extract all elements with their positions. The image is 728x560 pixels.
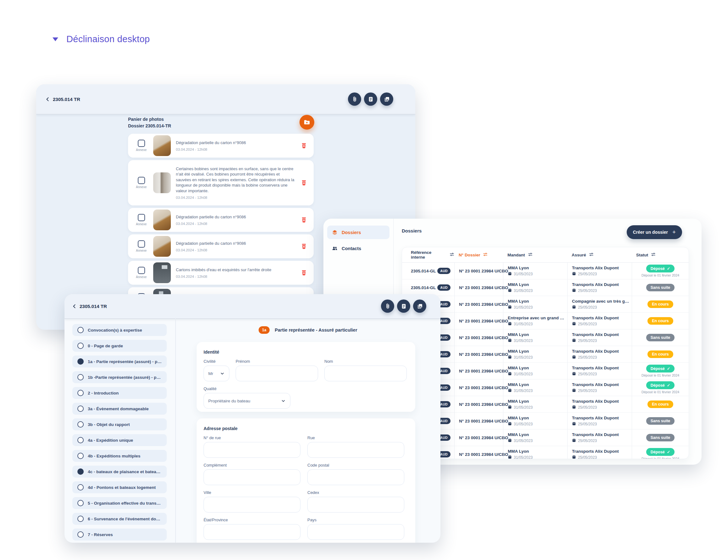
back-button[interactable]: 2305.014 TR bbox=[72, 304, 107, 309]
table-row[interactable]: 2305.014-GL AUD N° 23 0001 23984 U/CBO M… bbox=[402, 429, 689, 446]
report-section-item[interactable]: 0 - Page de garde bbox=[72, 340, 167, 352]
photo-checkbox[interactable] bbox=[138, 177, 145, 184]
delete-photo-button[interactable] bbox=[300, 269, 307, 276]
table-row[interactable]: 2305.014-GL AUD N° 23 0001 23984 U/CBO M… bbox=[402, 346, 689, 363]
filter-icon[interactable] bbox=[483, 252, 488, 258]
radio-icon[interactable] bbox=[77, 406, 84, 412]
report-section-item[interactable]: 6 - Survenance de l'événement domma... bbox=[72, 513, 167, 525]
radio-icon[interactable] bbox=[77, 453, 84, 459]
document-button[interactable] bbox=[364, 92, 377, 106]
attachment-button[interactable] bbox=[348, 92, 361, 106]
filter-icon[interactable] bbox=[589, 252, 594, 258]
civility-select[interactable]: Mr bbox=[204, 366, 229, 381]
calendar-icon bbox=[508, 355, 512, 360]
assure-date: 25/05/2023 bbox=[578, 272, 597, 276]
report-section-item[interactable]: 1a - Partie représentée (assuré) - profe… bbox=[72, 356, 167, 367]
radio-icon[interactable] bbox=[77, 374, 84, 380]
mandant-date: 31/05/2023 bbox=[514, 372, 533, 376]
report-section-item[interactable]: 4d - Pontons et bateaux logement bbox=[72, 481, 167, 493]
photo-checkbox[interactable] bbox=[138, 240, 145, 248]
photo-library-button[interactable] bbox=[380, 92, 393, 106]
export-folder-button[interactable] bbox=[300, 115, 314, 130]
radio-icon[interactable] bbox=[77, 327, 84, 333]
table-row[interactable]: 2305.014-GL AUD N° 23 0001 23984 U/CBO E… bbox=[402, 313, 689, 329]
filter-icon[interactable] bbox=[450, 252, 454, 258]
address-field-input[interactable] bbox=[307, 469, 404, 485]
photo-list-item[interactable]: Annexe Dégradation partielle du carton n… bbox=[128, 208, 314, 232]
radio-icon[interactable] bbox=[77, 437, 84, 443]
status-badge: Déposé✓ bbox=[646, 365, 675, 372]
radio-icon[interactable] bbox=[77, 390, 84, 396]
report-section-item[interactable]: 5 - Organisation effective du transport,… bbox=[72, 497, 167, 509]
photo-checkbox[interactable] bbox=[138, 140, 145, 147]
column-header-assure[interactable]: Assuré bbox=[567, 247, 632, 262]
column-header-mandant[interactable]: Mandant bbox=[503, 247, 567, 262]
report-section-item[interactable]: 3a - Évènement dommageable bbox=[72, 403, 167, 415]
back-button[interactable]: 2305.014 TR bbox=[45, 97, 80, 102]
delete-photo-button[interactable] bbox=[300, 142, 307, 149]
report-section-item[interactable]: 4a - Expédition unique bbox=[72, 434, 167, 446]
column-header-dossier[interactable]: N° Dossier bbox=[454, 247, 503, 262]
table-row[interactable]: 2305.014-GL AUD N° 23 0001 23984 U/CBO M… bbox=[402, 296, 689, 313]
report-section-item[interactable]: 3b - Objet du rapport bbox=[72, 418, 167, 430]
table-row[interactable]: 2305.014-GL AUD N° 23 0001 23984 U/CBO M… bbox=[402, 413, 689, 429]
report-section-item[interactable]: Convocation(s) à expertise bbox=[72, 324, 167, 336]
column-header-reference[interactable]: Référence interne bbox=[402, 247, 454, 262]
quality-select[interactable]: Propriétaire du bateau bbox=[204, 393, 290, 409]
column-header-statut[interactable]: Statut bbox=[632, 247, 689, 262]
address-field-input[interactable] bbox=[307, 524, 404, 540]
address-field-input[interactable] bbox=[204, 497, 300, 512]
radio-icon[interactable] bbox=[77, 421, 84, 428]
table-row[interactable]: 2305.014-GL AUD N° 23 0001 23984 U/CBO M… bbox=[402, 396, 689, 413]
delete-photo-button[interactable] bbox=[300, 243, 307, 250]
assure-name: Transports Alix Dupont bbox=[572, 316, 619, 320]
table-row[interactable]: 2305.014-GL AUD N° 23 0001 23984 U/CBO M… bbox=[402, 446, 689, 459]
radio-icon[interactable] bbox=[77, 468, 84, 475]
civility-value: Mr bbox=[208, 371, 213, 376]
filter-icon[interactable] bbox=[651, 252, 656, 258]
table-row[interactable]: 2305.014-GL AUD N° 23 0001 23984 U/CBO M… bbox=[402, 363, 689, 379]
address-field-label: Pays bbox=[307, 518, 404, 522]
report-section-item[interactable]: 2 - Introduction bbox=[72, 387, 167, 399]
report-section-item[interactable]: 4b - Expéditions multiples bbox=[72, 450, 167, 462]
report-section-item[interactable]: 4c - bateaux de plaisance et bateaux co.… bbox=[72, 466, 167, 478]
photo-library-button[interactable] bbox=[413, 300, 426, 313]
address-field-input[interactable] bbox=[307, 442, 404, 458]
firstname-field[interactable] bbox=[236, 366, 318, 381]
attachment-button[interactable] bbox=[381, 300, 394, 313]
radio-icon[interactable] bbox=[77, 343, 84, 349]
photo-checkbox[interactable] bbox=[138, 214, 145, 221]
radio-icon[interactable] bbox=[77, 516, 84, 522]
address-field-input[interactable] bbox=[204, 442, 300, 458]
radio-icon[interactable] bbox=[77, 500, 84, 506]
photo-checkbox[interactable] bbox=[138, 267, 145, 274]
photo-list-item[interactable]: Annexe Dégradation partielle du carton n… bbox=[128, 234, 314, 258]
radio-icon[interactable] bbox=[77, 531, 84, 538]
create-dossier-button[interactable]: Créer un dossier + bbox=[627, 225, 682, 239]
collapse-arrow-icon[interactable] bbox=[53, 37, 58, 41]
report-section-item[interactable]: 7 - Réserves bbox=[72, 529, 167, 540]
table-row[interactable]: 2305.014-GL AUD N° 23 0001 23984 U/CBO M… bbox=[402, 263, 689, 279]
radio-icon[interactable] bbox=[77, 358, 84, 365]
identity-title: Identité bbox=[204, 350, 408, 355]
radio-icon[interactable] bbox=[77, 484, 84, 490]
address-field-input[interactable] bbox=[204, 469, 300, 485]
address-field-input[interactable] bbox=[307, 497, 404, 512]
photo-list-item[interactable]: Annexe Cartons imbibés d'eau et esquinté… bbox=[128, 261, 314, 285]
table-row[interactable]: 2305.014-GL AUD N° 23 0001 23984 U/CBO M… bbox=[402, 379, 689, 396]
photo-list-item[interactable]: Annexe Dégradation partielle du carton n… bbox=[128, 134, 314, 158]
mandant-name: MMA Lyon bbox=[508, 349, 529, 354]
photo-list-item[interactable]: Annexe Certaines bobines sont impactées … bbox=[128, 160, 314, 205]
sidebar-item-contacts[interactable]: Contacts bbox=[327, 242, 389, 255]
filter-icon[interactable] bbox=[528, 252, 533, 258]
address-field-input[interactable] bbox=[204, 524, 300, 540]
document-button[interactable] bbox=[397, 300, 410, 313]
report-section-item[interactable]: 1b -Partie représentée (assuré) - partic… bbox=[72, 371, 167, 383]
delete-photo-button[interactable] bbox=[300, 179, 307, 186]
table-row[interactable]: 2305.014-GL AUD N° 23 0001 23984 U/CBO M… bbox=[402, 279, 689, 296]
sidebar-item-dossiers[interactable]: Dossiers bbox=[327, 226, 389, 239]
delete-photo-button[interactable] bbox=[300, 216, 307, 223]
assure-date: 25/05/2023 bbox=[578, 355, 597, 360]
lastname-field[interactable] bbox=[324, 366, 407, 381]
table-row[interactable]: 2305.014-GL AUD N° 23 0001 23984 U/CBO M… bbox=[402, 329, 689, 346]
